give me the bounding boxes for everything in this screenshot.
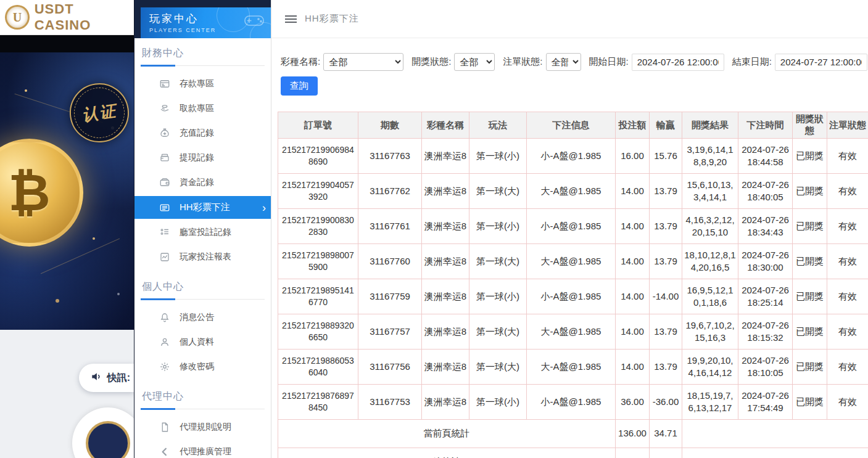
win-loss-cell: 13.79 bbox=[650, 174, 682, 209]
order-status-cell: 有效 bbox=[827, 279, 868, 314]
lottery-filter-label: 彩種名稱: bbox=[281, 56, 320, 68]
bet-time-cell: 2024-07-26 18:44:58 bbox=[738, 139, 793, 174]
sidebar-item-hall-bet-records[interactable]: 廳室投註記錄 bbox=[141, 220, 265, 245]
sidebar-item-withdraw-records[interactable]: 提現記錄 bbox=[141, 145, 265, 170]
order-no-cell: 2152172199040573920 bbox=[278, 174, 358, 209]
draw-status-cell: 已開獎 bbox=[793, 314, 827, 350]
end-date-input[interactable] bbox=[775, 54, 867, 71]
footer-circle-logo bbox=[72, 407, 134, 458]
win-loss-cell: -14.00 bbox=[650, 279, 682, 314]
lottery-name-cell: 澳洲幸运8 bbox=[422, 279, 469, 314]
hamburger-icon[interactable] bbox=[285, 15, 297, 23]
sidebar: 玩家中心 PLAYERS CENTER 財務中心存款專區取款專區充值記錄提現記錄… bbox=[134, 0, 271, 458]
order-status-cell: 有效 bbox=[827, 385, 868, 420]
sidebar-item-profile[interactable]: 個人資料 bbox=[141, 330, 265, 354]
draw-result-cell: 18,15,19,7,6,13,12,17 bbox=[682, 385, 738, 420]
bet-amount-cell: 14.00 bbox=[616, 314, 650, 350]
sidebar-item-hh-lottery-bets[interactable]: HH彩票下注› bbox=[134, 196, 271, 219]
topbar: HH彩票下注 bbox=[271, 0, 868, 38]
lottery-name-cell: 澳洲幸运8 bbox=[422, 209, 469, 244]
bet-time-cell: 2024-07-26 18:34:43 bbox=[738, 209, 793, 244]
document-icon bbox=[159, 422, 170, 433]
play-type-cell: 第一球(大) bbox=[469, 314, 527, 350]
bet-info-cell: 小-A盤@1.985 bbox=[527, 279, 616, 314]
sidebar-item-player-bet-report[interactable]: 玩家投注報表 bbox=[141, 245, 265, 269]
play-type-cell: 第一球(大) bbox=[469, 174, 527, 209]
sidebar-item-agent-promotion[interactable]: 代理推廣管理 bbox=[141, 440, 265, 458]
ticket-icon bbox=[159, 202, 170, 213]
win-loss-cell: 13.79 bbox=[650, 314, 682, 350]
draw-result-cell: 3,19,6,14,18,8,9,20 bbox=[682, 139, 738, 174]
summary-label: 總統計 bbox=[278, 448, 616, 458]
query-button[interactable]: 查詢 bbox=[281, 76, 318, 96]
order-no-cell: 2152172198768978450 bbox=[278, 385, 358, 420]
order-no-cell: 2152172199008302830 bbox=[278, 209, 358, 244]
bitcoin-coin: ₿ bbox=[0, 139, 83, 247]
lottery-name-cell: 澳洲幸运8 bbox=[422, 385, 469, 420]
bell-icon bbox=[159, 312, 170, 323]
draw-status-cell: 已開獎 bbox=[793, 209, 827, 244]
summary-win-total: 34.71 bbox=[650, 420, 682, 448]
bet-info-cell: 大-A盤@1.985 bbox=[527, 350, 616, 385]
wallet-out-icon bbox=[159, 152, 170, 163]
card-icon bbox=[159, 78, 170, 89]
summary-label: 當前頁統計 bbox=[278, 420, 616, 448]
bet-time-cell: 2024-07-26 18:30:00 bbox=[738, 244, 793, 279]
draw-result-cell: 16,9,5,12,10,1,18,6 bbox=[682, 279, 738, 314]
sidebar-item-recharge-records[interactable]: 充值記錄 bbox=[141, 121, 265, 145]
sidebar-item-agent-rules[interactable]: 代理規則說明 bbox=[141, 415, 265, 440]
period-cell: 31167759 bbox=[358, 279, 422, 314]
draw-status-cell: 已開獎 bbox=[793, 244, 827, 279]
sidebar-item-withdraw-area[interactable]: 取款專區 bbox=[141, 96, 265, 121]
sidebar-item-label: 存款專區 bbox=[180, 78, 214, 89]
gear-icon bbox=[159, 361, 170, 372]
bet-time-cell: 2024-07-26 18:15:32 bbox=[738, 314, 793, 350]
col-header-play-type: 玩法 bbox=[469, 112, 527, 139]
bet-amount-cell: 14.00 bbox=[616, 209, 650, 244]
bet-amount-cell: 16.00 bbox=[616, 139, 650, 174]
table-row: 215217219906984869031167763澳洲幸运8第一球(小)小-… bbox=[278, 139, 868, 174]
period-cell: 31167757 bbox=[358, 314, 422, 350]
table-row: 215217219886053604031167756澳洲幸运8第一球(大)大-… bbox=[278, 350, 868, 385]
sidebar-item-change-password[interactable]: 修改密碼 bbox=[141, 354, 265, 379]
app-root: U USDT CASINO ₿ 认证 快訊: bbox=[0, 0, 868, 458]
sidebar-item-deposit-area[interactable]: 存款專區 bbox=[141, 72, 265, 96]
promo-footer: 快訊: bbox=[0, 330, 134, 458]
sidebar-left-strip bbox=[134, 0, 141, 38]
col-header-lottery-name: 彩種名稱 bbox=[422, 112, 469, 139]
sidebar-item-label: 修改密碼 bbox=[180, 361, 214, 372]
start-date-input[interactable] bbox=[632, 54, 724, 71]
order-no-cell: 2152172198893206650 bbox=[278, 314, 358, 350]
period-cell: 31167763 bbox=[358, 139, 422, 174]
order-status-cell: 有效 bbox=[827, 139, 868, 174]
crypto-artwork: ₿ 认证 bbox=[0, 52, 134, 330]
win-loss-cell: 15.76 bbox=[650, 139, 682, 174]
draw-status-select[interactable]: 全部 bbox=[454, 53, 495, 71]
sidebar-item-label: 代理規則說明 bbox=[180, 422, 231, 433]
table-row: 215217219876897845031167753澳洲幸运8第一球(小)小-… bbox=[278, 385, 868, 420]
col-header-period: 期數 bbox=[358, 112, 422, 139]
button-row: 查詢 bbox=[281, 76, 868, 96]
content: 彩種名稱: 全部 開獎狀態: 全部 注單狀態: 全部 開始日期: 結束日期: 查… bbox=[271, 38, 868, 458]
win-loss-cell: 13.79 bbox=[650, 209, 682, 244]
bet-amount-cell: 14.00 bbox=[616, 174, 650, 209]
bet-time-cell: 2024-07-26 18:40:05 bbox=[738, 174, 793, 209]
sidebar-item-funds-records[interactable]: 資金記錄 bbox=[141, 170, 265, 195]
sidebar-item-label: 充值記錄 bbox=[180, 128, 214, 139]
play-type-cell: 第一球(大) bbox=[469, 350, 527, 385]
summary-empty bbox=[682, 448, 868, 458]
news-ticker: 快訊: bbox=[79, 364, 134, 392]
bet-info-cell: 小-A盤@1.985 bbox=[527, 139, 616, 174]
lottery-select[interactable]: 全部 bbox=[323, 53, 403, 71]
order-status-select[interactable]: 全部 bbox=[546, 53, 581, 71]
sidebar-item-announcements[interactable]: 消息公告 bbox=[141, 305, 265, 330]
brand-logo: U USDT CASINO bbox=[0, 0, 134, 35]
gamepad-icon bbox=[244, 12, 265, 31]
table-row: 215217219895141677031167759澳洲幸运8第一球(小)小-… bbox=[278, 279, 868, 314]
col-header-bet-info: 下注信息 bbox=[527, 112, 616, 139]
divider-strip bbox=[0, 35, 134, 52]
table-row: 215217219904057392031167762澳洲幸运8第一球(大)大-… bbox=[278, 174, 868, 209]
filter-bar: 彩種名稱: 全部 開獎狀態: 全部 注單狀態: 全部 開始日期: 結束日期: bbox=[278, 53, 868, 71]
play-type-cell: 第一球(小) bbox=[469, 279, 527, 314]
wallet-icon bbox=[159, 177, 170, 188]
